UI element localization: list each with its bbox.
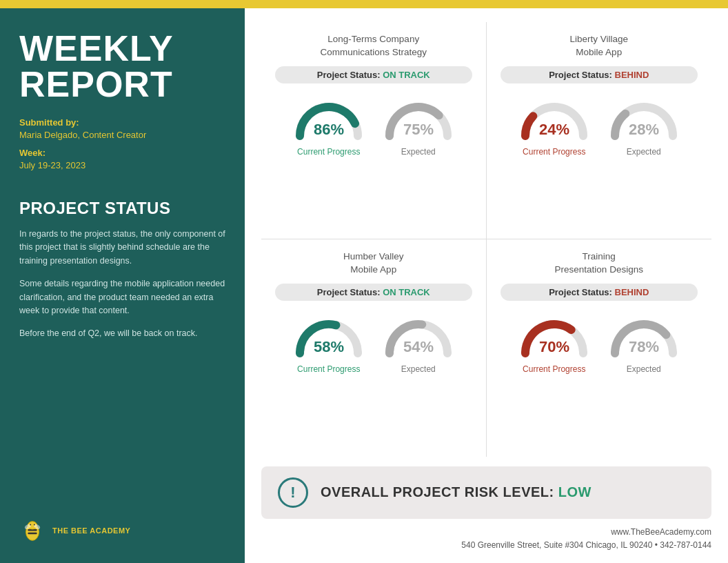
expected-label-3: Expected	[401, 364, 436, 374]
status-badge-1: Project Status: ON TRACK	[275, 66, 472, 83]
expected-gauge-3: 54% Expected	[381, 312, 456, 374]
status-badge-3: Project Status: ON TRACK	[275, 284, 472, 301]
body-text-1: In regards to the project status, the on…	[19, 228, 225, 268]
week-label: Week:	[19, 148, 46, 158]
submitted-label: Submitted by:	[19, 117, 79, 128]
main-content: Long-Terms CompanyCommunications Strateg…	[245, 8, 728, 563]
week-section: Week: July 19-23, 2023	[19, 146, 225, 171]
expected-gauge-1: 75% Expected	[381, 95, 456, 157]
risk-section: ! OVERALL PROJECT RISK LEVEL: LOW	[261, 466, 711, 519]
projects-grid: Long-Terms CompanyCommunications Strateg…	[261, 22, 711, 457]
content-area: WEEKLYREPORT Submitted by: Maria Delgado…	[0, 8, 728, 563]
svg-text:24%: 24%	[539, 121, 569, 138]
expected-label-2: Expected	[627, 147, 661, 157]
expected-label-1: Expected	[401, 147, 436, 157]
risk-text: OVERALL PROJECT RISK LEVEL: LOW	[321, 484, 592, 500]
svg-text:75%: 75%	[403, 121, 434, 138]
submitted-value: Maria Delgado, Content Creator	[19, 130, 146, 140]
gauges-row-2: 24% Current Progress 28% Expected	[501, 95, 698, 157]
svg-text:78%: 78%	[629, 338, 659, 355]
svg-point-7	[34, 524, 35, 526]
footer-info: www.TheBeeAcademy.com 540 Greenville Str…	[261, 526, 711, 552]
expected-gauge-4: 78% Expected	[606, 312, 682, 374]
week-value: July 19-23, 2023	[19, 160, 85, 170]
current-label-1: Current Progress	[297, 147, 360, 157]
project-cell-3: Humber ValleyMobile App Project Status: …	[261, 239, 487, 456]
svg-rect-2	[28, 533, 37, 534]
project-name-1: Long-Terms CompanyCommunications Strateg…	[320, 33, 427, 59]
expected-gauge-2: 28% Expected	[606, 95, 682, 157]
project-cell-2: Liberty VillageMobile App Project Status…	[487, 22, 712, 239]
yellow-bar	[0, 0, 728, 8]
bee-academy-label: THE BEE ACADEMY	[52, 526, 130, 535]
project-name-2: Liberty VillageMobile App	[569, 33, 628, 59]
current-gauge-4: 70% Current Progress	[516, 312, 592, 374]
status-badge-4: Project Status: BEHIND	[501, 284, 698, 301]
svg-text:58%: 58%	[314, 338, 344, 355]
body-text-3: Before the end of Q2, we will be back on…	[19, 327, 225, 340]
gauges-row-1: 86% Current Progress 75% Expected	[275, 95, 472, 157]
project-cell-4: TrainingPresentation Designs Project Sta…	[487, 239, 712, 456]
report-title: WEEKLYREPORT	[19, 30, 225, 102]
svg-text:86%: 86%	[314, 121, 344, 138]
current-gauge-2: 24% Current Progress	[516, 95, 592, 157]
bee-icon	[19, 517, 46, 544]
svg-text:54%: 54%	[403, 338, 434, 355]
page: WEEKLYREPORT Submitted by: Maria Delgado…	[0, 0, 728, 563]
current-label-2: Current Progress	[523, 147, 585, 157]
body-text-2: Some details regarding the mobile applic…	[19, 277, 225, 317]
project-name-4: TrainingPresentation Designs	[555, 250, 643, 277]
footer-website: www.TheBeeAcademy.com	[261, 526, 711, 539]
footer-address: 540 Greenville Street, Suite #304 Chicag…	[261, 539, 711, 552]
sidebar-footer: THE BEE ACADEMY	[19, 517, 225, 544]
gauges-row-3: 58% Current Progress 54% Expected	[275, 312, 472, 374]
svg-text:28%: 28%	[629, 121, 659, 138]
svg-text:70%: 70%	[539, 338, 569, 355]
risk-label: OVERALL PROJECT RISK LEVEL:	[321, 484, 558, 500]
expected-label-4: Expected	[627, 364, 661, 374]
submitted-by-section: Submitted by: Maria Delgado, Content Cre…	[19, 116, 225, 141]
current-gauge-1: 86% Current Progress	[291, 95, 367, 157]
current-label-3: Current Progress	[297, 364, 360, 374]
gauges-row-4: 70% Current Progress 78% Expected	[501, 312, 698, 374]
current-label-4: Current Progress	[523, 364, 585, 374]
svg-point-6	[30, 524, 31, 526]
risk-level: LOW	[558, 484, 592, 500]
project-cell-1: Long-Terms CompanyCommunications Strateg…	[261, 22, 487, 239]
status-badge-2: Project Status: BEHIND	[501, 66, 698, 83]
risk-icon: !	[278, 477, 308, 508]
project-status-heading: PROJECT STATUS	[19, 199, 225, 218]
project-name-3: Humber ValleyMobile App	[343, 250, 404, 277]
current-gauge-3: 58% Current Progress	[291, 312, 367, 374]
sidebar: WEEKLYREPORT Submitted by: Maria Delgado…	[0, 8, 245, 563]
